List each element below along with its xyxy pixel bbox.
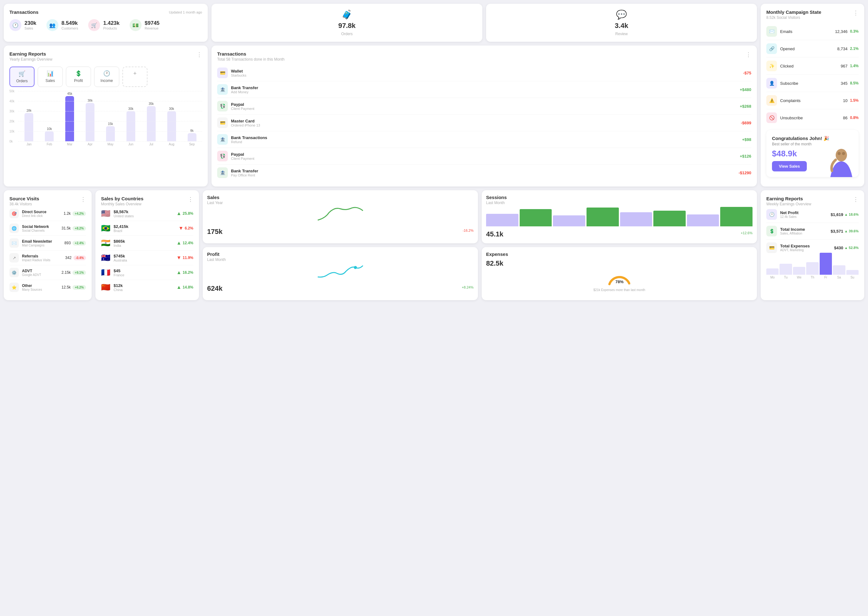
mc-icon-5: 🚫 <box>766 112 777 123</box>
profit-mini-card: Profit Last Month 624k +8.24% <box>203 247 478 300</box>
sv-sub-0: Direct link click <box>22 214 64 218</box>
sv-info-0: Direct Source Direct link click <box>22 210 64 218</box>
tab-icon-profit: 💲 <box>75 70 82 77</box>
tr-icon-2: 💱 <box>217 101 228 112</box>
mc-pct-4: 1.5% <box>850 98 859 103</box>
session-bar-5 <box>653 211 686 226</box>
sales-countries-more[interactable]: ⋮ <box>188 196 193 203</box>
tr-info-5: Paypal Client Payment <box>231 152 740 160</box>
bar-label-feb: Feb <box>47 143 52 146</box>
transactions-mid-more[interactable]: ⋮ <box>746 51 751 61</box>
sbc-item-1: 🇧🇷 $2,415k Brazil ▼ 6.2% <box>101 221 193 236</box>
er-tab-income[interactable]: 🕐 Income <box>94 66 119 87</box>
tr-sub-5: Client Payment <box>231 157 740 160</box>
sbc-arrow-0: ▲ <box>176 211 182 216</box>
mc-label-0: Emails <box>780 29 835 34</box>
bar-wrap-feb: 10k Feb <box>39 127 60 146</box>
sbc-pct-0: 25.8% <box>183 211 193 216</box>
er-tab-add[interactable]: + <box>122 66 147 87</box>
svg-text:78%: 78% <box>615 280 623 284</box>
sales-countries-list: 🇺🇸 $8,567k United states ▲ 25.8% 🇧🇷 $2,4… <box>101 206 193 294</box>
bottom-row: Source Visits 38.4k Visitors ⋮ 🎯 Direct … <box>4 190 864 300</box>
er-stat-pct-1: ▲ 39.6% <box>844 229 859 233</box>
expenses-mini-value: 82.5k <box>486 259 752 267</box>
mc-icon-1: 🔗 <box>766 43 777 54</box>
monthly-campaign-more[interactable]: ⋮ <box>853 9 859 16</box>
er-stat-sub-2: ADVT, Marketing <box>780 248 834 252</box>
stat-icon-revenue: 💵 <box>130 19 141 31</box>
mc-pct-1: 2.1% <box>850 47 859 51</box>
sv-name-0: Direct Source <box>22 210 64 214</box>
svg-point-0 <box>836 149 847 161</box>
tr-name-3: Master Card <box>231 119 741 123</box>
bar-label-mar: Mar <box>67 143 72 146</box>
source-visits-more[interactable]: ⋮ <box>80 196 86 203</box>
view-sales-button[interactable]: View Sales <box>772 161 807 171</box>
monthly-campaign-card: Monthly Campaign State 8.52k Social Visi… <box>761 4 864 187</box>
tr-icon-4: 🏦 <box>217 134 228 145</box>
er-tab-sales[interactable]: 📊 Sales <box>38 66 63 87</box>
earning-reports-bottom-more[interactable]: ⋮ <box>853 196 859 203</box>
earning-reports-subtitle: Yearly Earnings Overview <box>9 57 52 61</box>
stat-val-sales: 230k <box>25 20 36 27</box>
session-bar-1 <box>520 209 552 226</box>
er-stat-item-0: 🕐 Net Profit 12.4k Sales $1,619 ▲ 18.6% <box>766 206 859 223</box>
tr-amount-2: +$268 <box>740 104 751 108</box>
er-stat-icon-2: 💳 <box>766 242 777 253</box>
flag-4: 🇫🇷 <box>101 268 110 277</box>
er-tab-orders[interactable]: 🛒 Orders <box>9 66 34 87</box>
bar-label-aug: Aug <box>169 143 174 146</box>
stat-val-revenue: $9745 <box>145 20 160 27</box>
sales-mini-value: 175k <box>207 228 222 236</box>
sessions-mini-subtitle: Last Month <box>486 201 752 205</box>
sbc-arrow-4: ▲ <box>176 270 182 275</box>
sv-icon-2: ✉️ <box>9 238 19 248</box>
bar-wrap-apr: 38k Apr <box>80 99 100 146</box>
er-stat-sub-0: 12.4k Sales <box>780 215 830 218</box>
sbc-amount-2: $865k <box>114 239 176 244</box>
expenses-arc: 78% <box>486 270 752 286</box>
transactions-stats: 🕐 230k Sales 👥 8.549k Customers 🛒 1.423k… <box>9 19 202 31</box>
sv-info-5: Other Many Sources <box>22 283 61 291</box>
stat-lbl-revenue: Revenue <box>145 27 160 30</box>
sv-name-3: Referrals <box>22 254 65 258</box>
mc-label-5: Unsubscribe <box>780 116 843 120</box>
session-bar-0 <box>486 214 519 226</box>
sales-countries-title: Sales by Countries <box>101 196 143 201</box>
orders-label: Orders <box>341 32 353 36</box>
mc-icon-2: ✨ <box>766 61 777 71</box>
sessions-mini-change: +12.6% <box>741 231 752 235</box>
transaction-item-6: 🏦 Bank Transfer Pay Office Rent -$1290 <box>217 165 751 181</box>
tr-icon-5: 💱 <box>217 151 228 161</box>
tr-icon-6: 🏦 <box>217 167 228 178</box>
stat-icon-sales: 🕐 <box>9 19 21 31</box>
sv-sub-4: Google ADVT <box>22 273 61 277</box>
bar-val-jul: 35k <box>149 102 154 105</box>
orders-card: 🧳 97.8k Orders <box>212 4 482 42</box>
earning-reports-more[interactable]: ⋮ <box>196 51 202 58</box>
bar-wrap-aug: 30k Aug <box>161 107 182 146</box>
transactions-title: Transactions <box>9 9 39 15</box>
transactions-list: 💳 Wallet Starbucks -$75 🏦 Bank Transfer … <box>217 65 751 181</box>
bar-feb <box>45 131 54 141</box>
bar-label-may: May <box>108 143 114 146</box>
bar-wrap-jan: 28k Jan <box>19 109 39 146</box>
tr-name-0: Wallet <box>231 69 743 74</box>
er-tab-profit[interactable]: 💲 Profit <box>66 66 91 87</box>
transaction-item-2: 💱 Paypal Client Payment +$268 <box>217 98 751 115</box>
er-stat-sub-1: Sales, Affiliation <box>780 232 830 235</box>
bar-wrap-jun: 30k Jun <box>121 107 141 146</box>
updated-label: Updated 1 month ago <box>169 10 202 14</box>
earning-reports-bottom-subtitle: Weekly Earnings Overview <box>766 202 811 206</box>
er-mini-bar-2 <box>793 267 805 275</box>
mc-val-1: 8,734 <box>837 47 848 51</box>
sv-sub-1: Social Channels <box>22 229 61 233</box>
stat-val-products: 1.423k <box>103 20 119 27</box>
bar-label-jan: Jan <box>27 143 31 146</box>
er-stat-pct-0: ▲ 18.6% <box>844 212 859 216</box>
stat-item-sales: 🕐 230k Sales <box>9 19 36 31</box>
tr-name-6: Bank Transfer <box>231 168 739 173</box>
sales-mini-card: Sales Last Year 175k -16.2% <box>203 190 478 243</box>
sv-badge-1: +8.2% <box>72 226 86 231</box>
er-bar-label-4: Fr <box>820 276 832 279</box>
